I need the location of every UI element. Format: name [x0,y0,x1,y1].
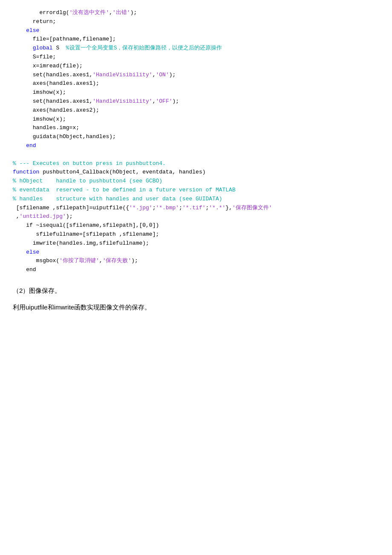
code-container: errordlg('没有选中文件','出错'); return; else fi… [13,9,379,275]
description: 利用uiputfile和imwrite函数实现图像文件的保存。 [13,301,379,313]
section-label: （2）图像保存。 [13,285,379,296]
code-block: errordlg('没有选中文件','出错'); return; else fi… [13,9,379,275]
prose-section: （2）图像保存。 利用uiputfile和imwrite函数实现图像文件的保存。 [13,285,379,313]
